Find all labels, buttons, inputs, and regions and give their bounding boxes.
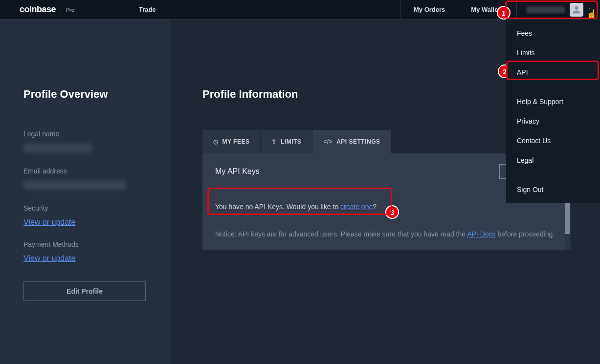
dd-privacy[interactable]: Privacy <box>506 111 600 131</box>
tab-limits[interactable]: ⇪ LIMITS <box>261 130 312 153</box>
dd-signout[interactable]: Sign Out <box>506 180 600 199</box>
dd-separator <box>506 82 600 92</box>
logo-text: coinbase <box>20 4 56 15</box>
user-name-redacted <box>527 6 565 13</box>
value-email-redacted <box>23 181 126 190</box>
avatar <box>570 3 583 17</box>
no-keys-text-pre: You have no API Keys. Would you like to <box>215 203 340 211</box>
link-payment-view[interactable]: View or update <box>23 254 75 263</box>
callout-badge-3: 3 <box>385 205 399 219</box>
edit-profile-button[interactable]: Edit Profile <box>23 281 146 301</box>
tab-label: API SETTINGS <box>336 138 380 145</box>
tab-label: LIMITS <box>281 138 301 145</box>
no-keys-text-post: ? <box>373 203 377 211</box>
api-docs-link[interactable]: API Docs <box>467 230 495 238</box>
label-payment: Payment Methods <box>23 240 147 248</box>
label-security: Security <box>23 204 147 212</box>
dd-help[interactable]: Help & Support <box>506 92 600 111</box>
value-legal-name-redacted <box>23 144 92 152</box>
dd-legal[interactable]: Legal <box>506 150 600 170</box>
link-security-view[interactable]: View or update <box>23 218 75 227</box>
sidebar-title: Profile Overview <box>23 88 147 101</box>
create-one-link[interactable]: create one <box>340 203 373 211</box>
tab-api-settings[interactable]: </> API SETTINGS <box>312 130 391 153</box>
sidebar: Profile Overview Legal name Email addres… <box>0 20 170 364</box>
dd-limits[interactable]: Limits <box>506 43 600 63</box>
nav-spacer <box>169 0 400 19</box>
dd-fees[interactable]: Fees <box>506 23 600 43</box>
tab-label: MY FEES <box>222 138 250 145</box>
notice-text-post: before proceeding. <box>496 230 555 238</box>
user-dropdown: Fees Limits API Help & Support Privacy C… <box>506 20 600 203</box>
logo-suffix: Pro <box>61 6 74 13</box>
label-legal-name: Legal name <box>23 130 147 138</box>
user-icon <box>572 5 581 14</box>
tab-my-fees[interactable]: ◷ MY FEES <box>202 130 260 153</box>
dd-api[interactable]: API <box>506 63 600 82</box>
code-icon: </> <box>323 138 333 145</box>
label-email: Email address <box>23 167 147 175</box>
notice-text-pre: Notice: API keys are for advanced users.… <box>215 230 467 238</box>
gauge-icon: ◷ <box>213 138 219 145</box>
panel-heading: My API Keys <box>215 167 260 176</box>
nav-my-orders[interactable]: My Orders <box>400 0 458 19</box>
chevron-up-icon: ⌃ <box>588 7 592 12</box>
user-menu-toggle[interactable]: ⌃ ☝ <box>516 0 600 19</box>
upload-icon: ⇪ <box>271 138 277 145</box>
logo[interactable]: coinbase Pro <box>0 0 126 19</box>
dd-separator <box>506 170 600 180</box>
nav-trade[interactable]: Trade <box>126 0 169 19</box>
callout-badge-1: 1 <box>497 6 511 20</box>
notice-message: Notice: API keys are for advanced users.… <box>215 230 558 238</box>
dd-contact[interactable]: Contact Us <box>506 131 600 150</box>
